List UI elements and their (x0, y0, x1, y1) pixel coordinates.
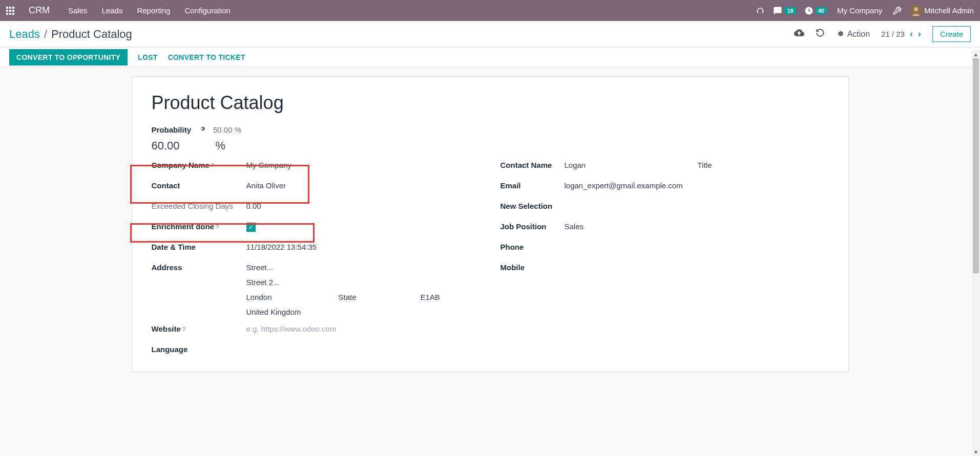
scroll-up-icon[interactable]: ▲ (972, 50, 980, 58)
activities-badge: 40 (816, 7, 827, 14)
convert-ticket-button[interactable]: CONVERT TO TICKET (168, 53, 245, 61)
street2-input[interactable]: Street 2... (246, 278, 480, 287)
nav-reporting[interactable]: Reporting (135, 4, 172, 17)
record-title[interactable]: Product Catalog (152, 92, 829, 114)
apps-icon[interactable] (6, 7, 14, 15)
form-right-column: Contact Name Logan Title Email logan_exp… (501, 157, 829, 361)
contact-name-value[interactable]: Logan (565, 161, 698, 169)
action-label: Action (847, 30, 870, 39)
email-label: Email (501, 181, 565, 190)
breadcrumb-current: Product Catalog (51, 28, 132, 41)
scroll-thumb[interactable] (973, 58, 979, 273)
company-name-label: Company Name? (152, 161, 246, 169)
scrollbar[interactable]: ▲ ▼ (972, 50, 980, 372)
zip-input[interactable]: E1AB (421, 293, 440, 301)
contact-name-label: Contact Name (501, 161, 565, 169)
job-label: Job Position (501, 222, 565, 231)
user-name: Mitchell Admin (924, 6, 974, 15)
create-button[interactable]: Create (932, 26, 971, 42)
subheader: Leads / Product Catalog Action 21 / 23 ‹… (0, 21, 980, 48)
title-input[interactable]: Title (698, 161, 712, 169)
pager: 21 / 23 ‹ › (881, 29, 921, 39)
job-value[interactable]: Sales (565, 222, 829, 231)
country-input[interactable]: United Kingdom (246, 308, 480, 316)
breadcrumb: Leads / Product Catalog (9, 28, 132, 41)
content-area: Product Catalog Probability 50.00 % 60.0… (0, 67, 980, 372)
probability-value[interactable]: 60.00 (152, 139, 180, 153)
state-input[interactable]: State (339, 293, 421, 301)
convert-opportunity-button[interactable]: CONVERT TO OPPORTUNITY (9, 49, 128, 66)
nav-leads[interactable]: Leads (100, 4, 125, 17)
form-sheet: Product Catalog Probability 50.00 % 60.0… (132, 76, 849, 372)
debug-icon[interactable] (892, 6, 902, 15)
contact-value[interactable]: Anita Oliver (246, 181, 480, 190)
enrichment-value[interactable]: ✓ (246, 222, 480, 232)
nav-sales[interactable]: Sales (66, 4, 90, 17)
company-name-value[interactable]: My Company (246, 161, 480, 169)
company-switcher[interactable]: My Company (835, 4, 884, 17)
street-input[interactable]: Street... (246, 263, 480, 272)
voip-icon[interactable] (756, 6, 765, 15)
pager-prev-icon[interactable]: ‹ (910, 29, 913, 39)
avatar (910, 5, 922, 17)
language-label: Language (152, 345, 246, 354)
website-input[interactable]: e.g. https://www.odoo.com (246, 324, 480, 333)
email-value[interactable]: logan_expert@gmail.example.com (565, 181, 829, 190)
help-icon[interactable]: ? (211, 162, 214, 168)
city-input[interactable]: London (246, 293, 339, 301)
exceeded-label: Exceeded Closing Days (152, 202, 246, 210)
lost-button[interactable]: LOST (138, 53, 158, 61)
mobile-label: Mobile (501, 263, 565, 272)
top-nav: CRM Sales Leads Reporting Configuration … (0, 0, 980, 21)
svg-point-2 (914, 7, 918, 11)
pager-text[interactable]: 21 / 23 (881, 30, 905, 38)
address-label: Address (152, 263, 246, 272)
help-icon[interactable]: ? (182, 326, 185, 332)
gear-icon[interactable] (198, 125, 206, 134)
probability-unit: % (216, 139, 226, 153)
activities-icon[interactable]: 40 (804, 6, 827, 15)
cloud-upload-icon[interactable] (794, 28, 804, 40)
status-bar: CONVERT TO OPPORTUNITY LOST CONVERT TO T… (0, 48, 980, 67)
probability-label: Probability (152, 125, 192, 134)
user-menu[interactable]: Mitchell Admin (910, 5, 974, 17)
messages-badge: 18 (784, 7, 796, 14)
exceeded-value[interactable]: 0.00 (246, 202, 480, 210)
datetime-label: Date & Time (152, 243, 246, 251)
website-label: Website? (152, 324, 246, 333)
new-selection-label: New Selection (501, 202, 565, 210)
discard-icon[interactable] (816, 28, 825, 40)
probability-default: 50.00 % (213, 125, 241, 134)
help-icon[interactable]: ? (216, 224, 219, 230)
check-icon[interactable]: ✓ (246, 223, 256, 232)
datetime-value[interactable]: 11/18/2022 13:54:35 (246, 243, 480, 251)
action-menu[interactable]: Action (836, 30, 870, 39)
pager-next-icon[interactable]: › (918, 29, 921, 39)
breadcrumb-sep: / (44, 28, 47, 41)
form-left-column: Company Name? My Company Contact Anita O… (152, 157, 480, 361)
phone-label: Phone (501, 243, 565, 251)
enrichment-label: Enrichment done? (152, 222, 246, 231)
messages-icon[interactable]: 18 (773, 6, 796, 15)
contact-label: Contact (152, 181, 246, 190)
brand-label[interactable]: CRM (29, 5, 50, 16)
nav-configuration[interactable]: Configuration (182, 4, 232, 17)
breadcrumb-parent[interactable]: Leads (9, 28, 40, 41)
